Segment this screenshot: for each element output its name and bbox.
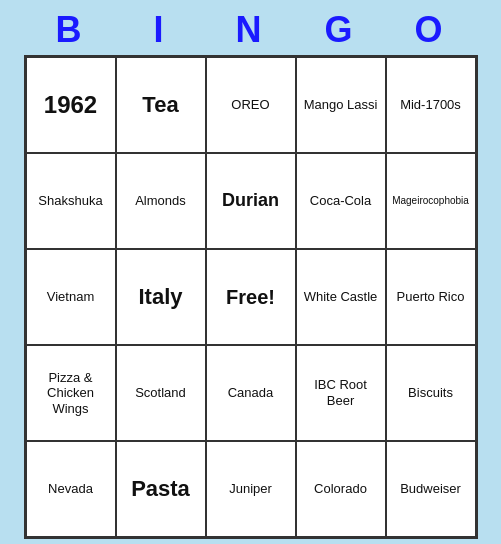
cell-2-0: Vietnam <box>26 249 116 345</box>
cell-3-1: Scotland <box>116 345 206 441</box>
cell-2-1: Italy <box>116 249 206 345</box>
cell-0-0: 1962 <box>26 57 116 153</box>
cell-4-3: Colorado <box>296 441 386 537</box>
cell-0-2: OREO <box>206 57 296 153</box>
cell-3-3: IBC Root Beer <box>296 345 386 441</box>
header-b: B <box>24 5 114 55</box>
header-o: O <box>384 5 474 55</box>
header-i: I <box>114 5 204 55</box>
bingo-grid: 1962 Tea OREO Mango Lassi Mid-1700s Shak… <box>24 55 478 539</box>
cell-3-2: Canada <box>206 345 296 441</box>
cell-3-4: Biscuits <box>386 345 476 441</box>
cell-0-3: Mango Lassi <box>296 57 386 153</box>
cell-4-0: Nevada <box>26 441 116 537</box>
bingo-header: B I N G O <box>24 5 478 55</box>
cell-1-0: Shakshuka <box>26 153 116 249</box>
header-n: N <box>204 5 294 55</box>
cell-2-3: White Castle <box>296 249 386 345</box>
cell-3-0: Pizza & Chicken Wings <box>26 345 116 441</box>
cell-1-4: Mageirocophobia <box>386 153 476 249</box>
cell-2-2: Free! <box>206 249 296 345</box>
cell-0-1: Tea <box>116 57 206 153</box>
header-g: G <box>294 5 384 55</box>
cell-4-2: Juniper <box>206 441 296 537</box>
cell-4-4: Budweiser <box>386 441 476 537</box>
cell-1-3: Coca-Cola <box>296 153 386 249</box>
cell-4-1: Pasta <box>116 441 206 537</box>
cell-1-2: Durian <box>206 153 296 249</box>
cell-2-4: Puerto Rico <box>386 249 476 345</box>
bingo-card: B I N G O 1962 Tea OREO Mango Lassi Mid-… <box>14 0 488 544</box>
cell-1-1: Almonds <box>116 153 206 249</box>
cell-0-4: Mid-1700s <box>386 57 476 153</box>
